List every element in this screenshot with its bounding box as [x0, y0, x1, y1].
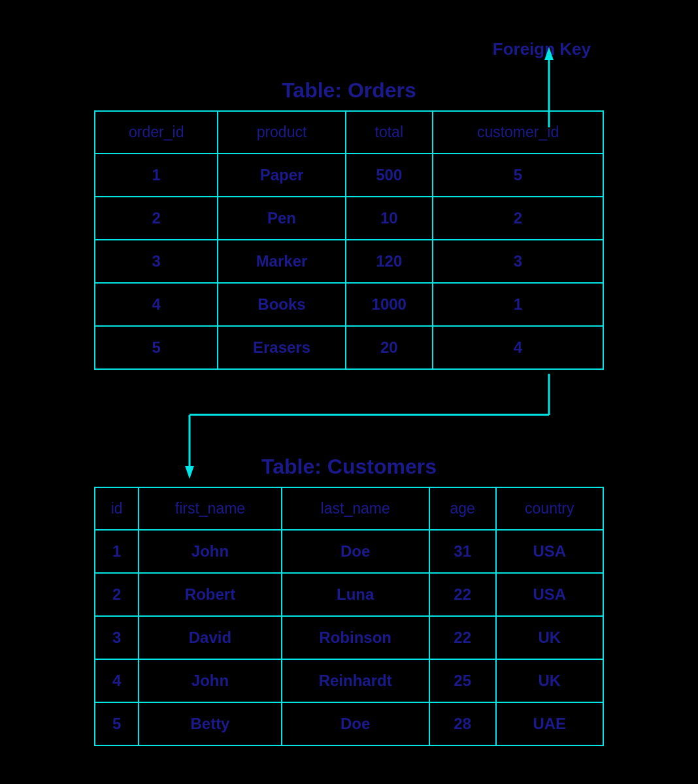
table-cell: UAE	[496, 702, 603, 745]
table-cell: 5	[95, 702, 139, 745]
table-cell: 20	[346, 326, 433, 369]
table-cell: Doe	[282, 530, 429, 573]
table-cell: 3	[95, 240, 218, 283]
table-cell: 1000	[346, 283, 433, 326]
table-cell: Doe	[282, 702, 429, 745]
page-container: Foreign Key Table: Orders order_id produ…	[0, 0, 698, 784]
table-cell: Marker	[218, 240, 345, 283]
table-cell: 22	[429, 616, 496, 659]
table-cell: David	[139, 616, 281, 659]
table-cell: 5	[433, 154, 603, 197]
table-cell: 3	[433, 240, 603, 283]
orders-section: Foreign Key Table: Orders order_id produ…	[94, 78, 604, 370]
table-cell: Erasers	[218, 326, 345, 369]
table-cell: 10	[346, 197, 433, 240]
table-cell: 2	[95, 197, 218, 240]
table-row: 1JohnDoe31USA	[95, 530, 603, 573]
table-cell: 2	[433, 197, 603, 240]
customers-col-first-name: first_name	[139, 487, 281, 530]
customers-table-title: Table: Customers	[94, 455, 604, 479]
orders-header-row: order_id product total customer_id	[95, 111, 603, 154]
orders-col-customer-id: customer_id	[433, 111, 603, 154]
table-cell: 3	[95, 616, 139, 659]
customers-col-country: country	[496, 487, 603, 530]
table-cell: Robinson	[282, 616, 429, 659]
table-cell: 1	[95, 530, 139, 573]
orders-table: order_id product total customer_id 1Pape…	[94, 110, 604, 370]
foreign-key-label: Foreign Key	[493, 39, 591, 59]
table-cell: 1	[95, 154, 218, 197]
table-cell: USA	[496, 573, 603, 616]
customers-header-row: id first_name last_name age country	[95, 487, 603, 530]
table-cell: UK	[496, 616, 603, 659]
orders-col-order-id: order_id	[95, 111, 218, 154]
table-cell: 28	[429, 702, 496, 745]
orders-table-title: Table: Orders	[94, 78, 604, 103]
table-row: 5Erasers204	[95, 326, 603, 369]
table-row: 2RobertLuna22USA	[95, 573, 603, 616]
connector-area	[94, 370, 604, 455]
customers-table: id first_name last_name age country 1Joh…	[94, 487, 604, 746]
table-cell: Betty	[139, 702, 281, 745]
customers-col-last-name: last_name	[282, 487, 429, 530]
table-cell: John	[139, 659, 281, 702]
table-row: 1Paper5005	[95, 154, 603, 197]
table-cell: Pen	[218, 197, 345, 240]
table-row: 3Marker1203	[95, 240, 603, 283]
table-cell: 5	[95, 326, 218, 369]
table-cell: 4	[433, 326, 603, 369]
table-row: 3DavidRobinson22UK	[95, 616, 603, 659]
table-cell: Luna	[282, 573, 429, 616]
customers-col-id: id	[95, 487, 139, 530]
customers-col-age: age	[429, 487, 496, 530]
table-cell: 120	[346, 240, 433, 283]
table-cell: Robert	[139, 573, 281, 616]
table-cell: 2	[95, 573, 139, 616]
table-cell: 31	[429, 530, 496, 573]
table-cell: John	[139, 530, 281, 573]
orders-col-product: product	[218, 111, 345, 154]
table-row: 5BettyDoe28UAE	[95, 702, 603, 745]
table-cell: 4	[95, 283, 218, 326]
table-cell: UK	[496, 659, 603, 702]
table-cell: Books	[218, 283, 345, 326]
table-cell: 1	[433, 283, 603, 326]
table-cell: 25	[429, 659, 496, 702]
table-cell: USA	[496, 530, 603, 573]
table-row: 4Books10001	[95, 283, 603, 326]
table-cell: Paper	[218, 154, 345, 197]
table-cell: 4	[95, 659, 139, 702]
orders-col-total: total	[346, 111, 433, 154]
table-cell: 22	[429, 573, 496, 616]
table-row: 4JohnReinhardt25UK	[95, 659, 603, 702]
table-cell: 500	[346, 154, 433, 197]
table-row: 2Pen102	[95, 197, 603, 240]
customers-section: Table: Customers id first_name last_name…	[94, 455, 604, 746]
table-cell: Reinhardt	[282, 659, 429, 702]
